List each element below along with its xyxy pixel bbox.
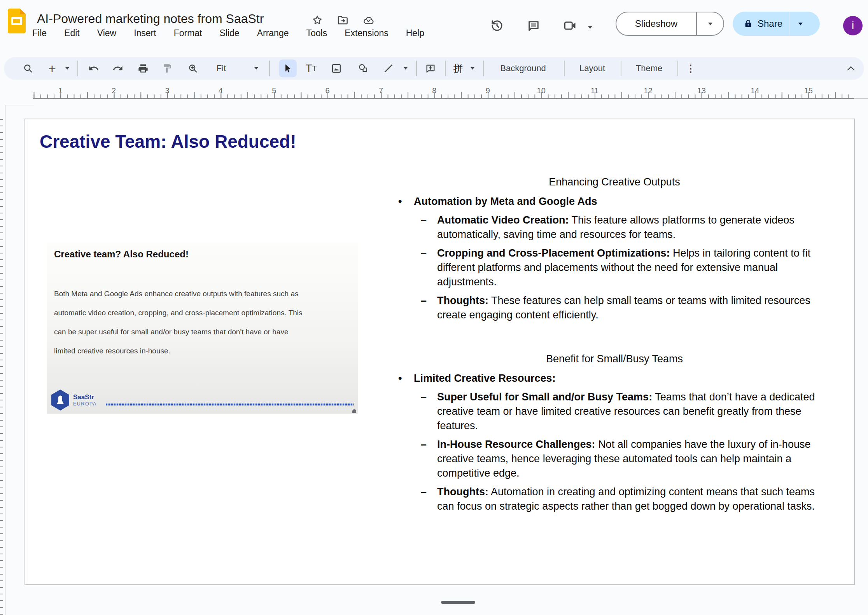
sub-bullet-list: Automatic Video Creation: This feature a… [393,213,836,322]
share-label: Share [758,18,782,29]
section-heading: Enhancing Creative Outputs [393,175,836,189]
move-to-folder-icon[interactable] [337,14,349,26]
share-divider [789,12,790,36]
document-title[interactable]: AI-Powered marketing notes from SaaStr [37,12,264,26]
sub-bullet-item: Automatic Video Creation: This feature a… [393,213,834,242]
menu-item[interactable]: Arrange [257,28,289,38]
section-heading: Benefit for Small/Busy Teams [393,352,836,366]
menu-item[interactable]: Insert [134,28,156,38]
textbox-tool-icon[interactable]: TT [302,57,320,80]
zoom-icon[interactable] [184,57,201,80]
speaker-notes-resize-handle[interactable] [441,601,475,604]
sub-bullet-item: Super Useful for Small and/or Busy Teams… [393,390,834,433]
horizontal-ruler[interactable]: 123456789101112131415 [33,87,854,99]
rocket-icon [58,396,62,404]
comments-icon[interactable] [525,17,542,34]
share-dropdown-icon[interactable] [798,22,803,26]
new-slide-button[interactable]: + [44,57,60,80]
top-level-bullet: Limited Creative Resources: [393,371,836,386]
menu-item[interactable]: Slide [220,28,240,38]
logo-inner-rect [11,17,22,25]
slide-canvas[interactable]: Creative Team: Also Reduced! Creative te… [24,119,855,585]
search-menus-icon[interactable] [19,57,37,80]
screenshot-body-line: limited creative resources in-house. [54,341,357,360]
line-dropdown-icon[interactable] [401,57,411,80]
version-history-icon[interactable] [488,17,506,34]
sub-bullet-item: Thoughts: Automation in creating and opt… [393,485,834,514]
app-header: AI-Powered marketing notes from SaaStr F… [0,0,868,56]
undo-icon[interactable] [85,57,102,80]
menu-item[interactable]: Format [174,28,202,38]
menu-item[interactable]: File [32,28,47,38]
ruler-ticks [33,92,854,98]
select-tool-button[interactable] [279,59,297,77]
slideshow-dropdown[interactable] [696,12,723,35]
toolbar: + Fit TT 拼 Backgro [4,57,864,80]
ime-dropdown-icon[interactable] [467,57,478,80]
menu-item[interactable]: View [97,28,116,38]
slideshow-button[interactable]: Slideshow [616,12,724,36]
paint-format-icon[interactable] [159,57,176,80]
menu-item[interactable]: Help [406,28,424,38]
account-avatar[interactable]: i [843,16,863,35]
menu-item[interactable]: Edit [64,28,80,38]
menu-item[interactable]: Tools [306,28,327,38]
vertical-ruler[interactable] [0,119,3,615]
layout-button[interactable]: Layout [571,57,614,80]
camera-dropdown-icon[interactable] [584,19,596,36]
menu-item[interactable]: Extensions [345,28,388,38]
screenshot-heading: Creative team? Also Reduced! [54,249,189,260]
collapse-toolbar-icon[interactable] [842,57,859,80]
screenshot-body-line: Both Meta and Google Ads enhance creativ… [54,284,357,303]
top-level-bullet: Automation by Meta and Google Ads [393,194,836,209]
cloud-saved-icon[interactable] [362,14,375,26]
new-slide-dropdown-icon[interactable] [62,57,72,80]
input-method-icon[interactable]: 拼 [450,57,466,80]
saastr-logo-text: SaaStr [73,393,94,401]
google-slides-logo-icon[interactable] [8,9,26,33]
insert-image-icon[interactable] [327,57,345,80]
slide-title-text[interactable]: Creative Team: Also Reduced! [40,131,296,152]
sub-bullet-item: Cropping and Cross-Placement Optimizatio… [393,246,834,289]
share-button[interactable]: Share [733,12,820,36]
screenshot-body-line: automatic video creation, cropping, and … [54,303,357,322]
more-options-icon[interactable]: ⋮ [684,57,698,80]
decorative-dotted-line [106,404,354,405]
sub-bullet-item: In-House Resource Challenges: Not all co… [393,437,834,480]
meet-camera-icon[interactable] [562,17,579,34]
slideshow-label: Slideshow [616,12,696,35]
screenshot-body: Both Meta and Google Ads enhance creativ… [54,284,357,360]
zoom-dropdown-icon[interactable] [251,57,261,80]
lock-icon [744,19,753,28]
redo-icon[interactable] [109,57,126,80]
theme-button[interactable]: Theme [628,57,670,80]
embedded-screenshot-image[interactable]: Creative team? Also Reduced! Both Meta a… [47,243,358,414]
sub-bullet-item: Thoughts: These features can help small … [393,294,834,322]
sub-bullet-list: Super Useful for Small and/or Busy Teams… [393,390,836,514]
insert-shape-icon[interactable] [354,57,372,80]
saastr-logo-subtext: EUROPA [73,401,97,407]
zoom-select[interactable]: Fit [208,57,235,80]
star-icon[interactable] [311,14,324,26]
insert-line-icon[interactable] [380,57,397,80]
background-button[interactable]: Background [490,57,556,80]
notes-text-box[interactable]: Enhancing Creative Outputs Automation by… [393,175,836,514]
logo-fold [20,9,26,14]
print-icon[interactable] [135,57,152,80]
screenshot-body-line: can be super useful for small and/or bus… [54,322,357,341]
image-corner-artifact [352,409,356,413]
add-comment-icon[interactable] [422,57,439,80]
saastr-logo-icon [51,390,69,411]
menu-bar: FileEditViewInsertFormatSlideArrangeTool… [32,28,424,38]
